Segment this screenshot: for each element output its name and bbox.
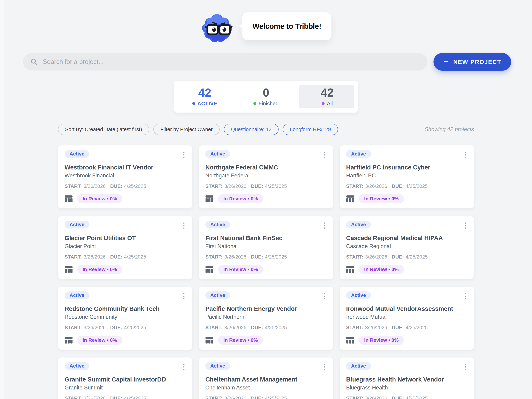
project-card[interactable]: Active Pacific Northern Energy Vendor Pa… xyxy=(199,287,333,350)
stats-tab-all[interactable]: 42 All xyxy=(297,81,358,112)
stats-tab-finished[interactable]: 0 Finished xyxy=(235,81,296,112)
due-label: DUE: xyxy=(392,395,404,399)
status-badge: Active xyxy=(346,291,371,299)
due-label: DUE: xyxy=(110,254,122,260)
kebab-menu-icon[interactable] xyxy=(323,291,327,301)
kebab-menu-icon[interactable] xyxy=(182,150,186,160)
project-title: First National Bank FinSec xyxy=(205,234,327,242)
due-date: 4/25/2025 xyxy=(265,183,287,189)
bubble-tail xyxy=(239,23,243,29)
due-label: DUE: xyxy=(110,183,122,189)
card-footer: In Review • 0% xyxy=(64,265,186,274)
start-date: 3/26/2026 xyxy=(365,395,387,399)
project-dates: START: 3/26/2026 DUE: 4/25/2025 xyxy=(205,183,327,189)
status-badge: Active xyxy=(346,362,371,370)
kebab-menu-icon[interactable] xyxy=(463,362,468,372)
table-icon xyxy=(346,337,354,344)
table-icon xyxy=(205,337,214,344)
card-footer: In Review • 0% xyxy=(64,336,186,345)
welcome-header: Welcome to Tribble! xyxy=(0,0,532,44)
project-card[interactable]: Active First National Bank FinSec First … xyxy=(199,216,333,279)
project-card[interactable]: Active Westbrook Financial IT Vendor Wes… xyxy=(58,145,192,208)
start-label: START: xyxy=(205,254,222,260)
project-title: Glacier Point Utilities OT xyxy=(64,234,186,242)
project-dates: START: 3/26/2026 DUE: 4/25/2025 xyxy=(205,254,327,260)
project-company: Cheltenham Asset xyxy=(205,385,327,391)
project-card[interactable]: Active Redstone Community Bank Tech Reds… xyxy=(58,287,192,350)
new-project-button[interactable]: + NEW PROJECT xyxy=(433,53,511,71)
due-label: DUE: xyxy=(251,254,263,260)
start-date: 3/26/2026 xyxy=(83,325,106,330)
all-label: All xyxy=(327,100,333,106)
project-title: Bluegrass Health Network Vendor xyxy=(346,376,468,383)
search-input[interactable] xyxy=(42,58,420,66)
kebab-menu-icon[interactable] xyxy=(463,221,468,231)
filter-owner-chip[interactable]: Filter by Project Owner xyxy=(153,124,220,135)
search-icon xyxy=(30,58,38,66)
project-search-box[interactable] xyxy=(23,53,427,70)
project-card[interactable]: Active Ironwood Mutual VendorAssessment … xyxy=(340,287,474,350)
toolbar: + NEW PROJECT xyxy=(23,53,511,71)
kebab-menu-icon[interactable] xyxy=(323,221,327,231)
project-card[interactable]: Active Glacier Point Utilities OT Glacie… xyxy=(58,216,192,279)
longform-rfx-chip[interactable]: Longform RFx: 29 xyxy=(283,124,338,135)
kebab-menu-icon[interactable] xyxy=(463,150,468,160)
project-card[interactable]: Active Northgate Federal CMMC Northgate … xyxy=(199,145,333,208)
table-icon xyxy=(346,266,354,273)
due-label: DUE: xyxy=(392,183,404,189)
all-count: 42 xyxy=(321,87,334,98)
project-cards-grid: Active Westbrook Financial IT Vendor Wes… xyxy=(58,145,474,399)
finished-dot-icon xyxy=(253,102,256,105)
showing-count: Showing 42 projects xyxy=(425,126,474,132)
kebab-menu-icon[interactable] xyxy=(182,362,186,372)
finished-count: 0 xyxy=(263,87,269,98)
project-company: Northgate Federal xyxy=(205,173,327,179)
progress-badge: In Review • 0% xyxy=(359,194,404,203)
all-dot-icon xyxy=(322,102,324,105)
filters-row: Sort By: Created Date (latest first) Fil… xyxy=(58,124,474,135)
stats-tab-active[interactable]: 42 ACTIVE xyxy=(174,81,235,112)
plus-icon: + xyxy=(443,57,449,66)
project-dates: START: 3/26/2026 DUE: 4/25/2025 xyxy=(346,325,468,330)
progress-badge: In Review • 0% xyxy=(77,336,122,345)
sort-by-chip[interactable]: Sort By: Created Date (latest first) xyxy=(58,124,149,135)
status-badge: Active xyxy=(205,150,230,158)
project-company: Pacific Northern xyxy=(205,314,327,320)
project-card[interactable]: Active Bluegrass Health Network Vendor B… xyxy=(340,357,474,399)
kebab-menu-icon[interactable] xyxy=(182,291,186,301)
kebab-menu-icon[interactable] xyxy=(463,291,468,301)
due-date: 4/25/2025 xyxy=(124,325,146,330)
card-header: Active xyxy=(205,150,327,160)
start-date: 3/26/2026 xyxy=(224,395,246,399)
due-label: DUE: xyxy=(110,395,122,399)
due-date: 4/25/2025 xyxy=(406,254,428,260)
due-date: 4/25/2025 xyxy=(124,254,146,260)
mascot-illustration xyxy=(201,11,233,44)
card-footer: In Review • 0% xyxy=(205,265,327,274)
status-badge: Active xyxy=(64,150,89,158)
kebab-menu-icon[interactable] xyxy=(323,150,327,160)
project-title: Pacific Northern Energy Vendor xyxy=(205,305,327,312)
tribble-mascot-logo xyxy=(201,11,233,44)
project-card[interactable]: Active Hartfield PC Insurance Cyber Hart… xyxy=(340,145,474,208)
table-icon xyxy=(346,195,354,202)
card-header: Active xyxy=(346,362,468,372)
status-badge: Active xyxy=(346,150,371,158)
progress-badge: In Review • 0% xyxy=(218,194,263,203)
progress-badge: In Review • 0% xyxy=(359,265,404,274)
due-date: 4/25/2025 xyxy=(265,395,287,399)
due-date: 4/25/2025 xyxy=(265,325,287,330)
active-count: 42 xyxy=(198,87,211,98)
kebab-menu-icon[interactable] xyxy=(182,221,186,231)
card-header: Active xyxy=(64,150,186,160)
questionnaire-chip[interactable]: Questionnaire: 13 xyxy=(224,124,279,135)
table-icon xyxy=(205,195,214,202)
kebab-menu-icon[interactable] xyxy=(323,362,327,372)
project-dates: START: 3/26/2026 DUE: 4/25/2025 xyxy=(64,254,186,260)
start-date: 3/26/2026 xyxy=(224,183,246,189)
start-date: 3/26/2026 xyxy=(224,325,246,330)
project-card[interactable]: Active Granite Summit Capital InvestorDD… xyxy=(58,357,192,399)
project-card[interactable]: Active Cheltenham Asset Management Chelt… xyxy=(199,357,333,399)
project-card[interactable]: Active Cascade Regional Medical HIPAA Ca… xyxy=(340,216,474,279)
card-footer: In Review • 0% xyxy=(205,336,327,345)
